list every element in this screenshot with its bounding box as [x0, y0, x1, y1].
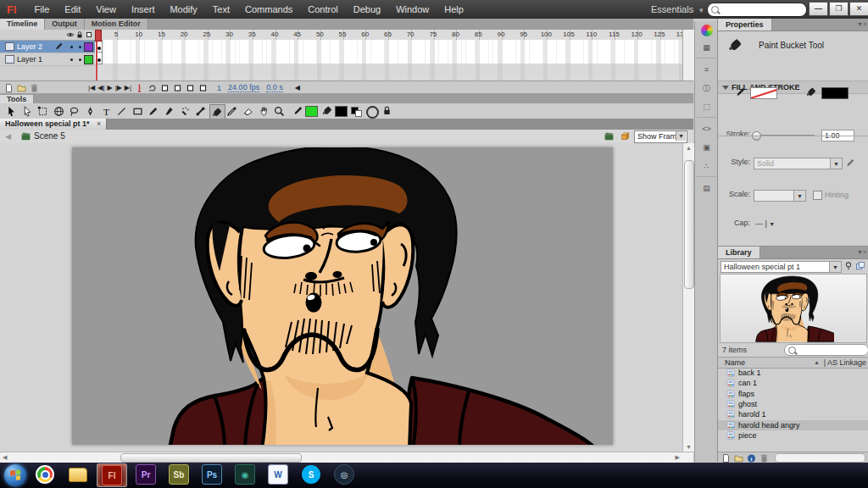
- pin-library-icon[interactable]: [843, 261, 854, 271]
- taskbar-capture-app[interactable]: ◉: [231, 463, 259, 485]
- stroke-scale-select[interactable]: ▼: [754, 190, 806, 202]
- loop-icon[interactable]: [147, 83, 158, 93]
- object-drawing-button[interactable]: [366, 106, 379, 119]
- library-item[interactable]: can 1: [718, 378, 868, 388]
- close-button[interactable]: ✕: [849, 2, 868, 16]
- maximize-button[interactable]: ❐: [829, 2, 849, 16]
- canvas-vertical-scrollbar[interactable]: ▲ ▼: [682, 143, 694, 452]
- delete-layer-icon[interactable]: [29, 83, 40, 93]
- selection-tool[interactable]: [4, 104, 19, 118]
- prev-frame-button[interactable]: ◀|: [97, 83, 104, 93]
- dock-color-icon[interactable]: ◑: [701, 25, 713, 36]
- minimize-button[interactable]: —: [809, 2, 828, 16]
- layer-color-swatch[interactable]: [84, 42, 93, 52]
- tab-properties[interactable]: Properties: [718, 19, 772, 30]
- swap-colors-button[interactable]: [355, 110, 362, 117]
- lock-dot[interactable]: [79, 58, 81, 61]
- frame-row[interactable]: [95, 52, 682, 64]
- tab-library[interactable]: Library: [718, 247, 760, 258]
- play-button[interactable]: ▶: [107, 83, 112, 93]
- new-library-panel-icon[interactable]: [855, 261, 865, 271]
- go-last-frame-button[interactable]: ▶|: [125, 83, 131, 93]
- menu-file[interactable]: File: [27, 4, 58, 14]
- library-item[interactable]: harold head angry: [718, 420, 868, 430]
- tab-output[interactable]: Output: [45, 19, 85, 30]
- stroke-color-swatch[interactable]: [305, 106, 318, 117]
- new-folder-icon[interactable]: [733, 453, 744, 463]
- line-tool[interactable]: [114, 104, 129, 118]
- close-document-icon[interactable]: ×: [97, 119, 101, 128]
- menu-debug[interactable]: Debug: [346, 4, 388, 14]
- timeline-frames-area[interactable]: 5101520253035404550556065707580859095100…: [95, 30, 682, 80]
- dock-info-icon[interactable]: ⓘ: [699, 80, 715, 96]
- taskbar-chrome[interactable]: [31, 463, 59, 485]
- library-item[interactable]: flaps: [718, 389, 868, 399]
- snap-to-objects-button[interactable]: [381, 105, 392, 116]
- library-document-select[interactable]: Halloween special pt 1 ▼: [721, 261, 842, 273]
- modify-markers-icon[interactable]: [198, 83, 209, 93]
- eyedropper-tool[interactable]: [225, 104, 239, 118]
- frame-rate-value[interactable]: 24.00 fps: [228, 83, 259, 92]
- sort-order-icon[interactable]: ▲: [814, 359, 820, 365]
- eraser-tool[interactable]: [241, 104, 255, 118]
- canvas-pasteboard[interactable]: [0, 143, 682, 452]
- hinting-checkbox[interactable]: [813, 191, 822, 200]
- library-column-headers[interactable]: Name ▲ | AS Linkage: [718, 357, 868, 369]
- outline-box-icon[interactable]: [85, 30, 93, 39]
- bone-tool[interactable]: [193, 104, 208, 118]
- menu-edit[interactable]: Edit: [57, 4, 88, 14]
- library-item[interactable]: back 1: [718, 368, 868, 378]
- library-item[interactable]: ghost: [718, 399, 868, 409]
- name-column-header[interactable]: Name: [725, 358, 745, 367]
- free-transform-tool[interactable]: [36, 104, 50, 118]
- item-properties-icon[interactable]: [746, 453, 757, 463]
- zoom-tool[interactable]: [272, 104, 287, 118]
- new-symbol-icon[interactable]: [721, 453, 732, 463]
- tab-motion-editor[interactable]: Motion Editor: [85, 19, 148, 30]
- taskbar-photoshop[interactable]: Ps: [198, 463, 226, 485]
- new-folder-icon[interactable]: [16, 83, 27, 93]
- edit-stroke-style-icon[interactable]: [845, 158, 855, 168]
- linkage-column-header[interactable]: | AS Linkage: [824, 358, 866, 367]
- stroke-color-control[interactable]: [750, 87, 777, 99]
- visibility-dot[interactable]: [70, 46, 73, 48]
- workspace-switcher[interactable]: Essentials▼: [651, 0, 704, 20]
- layer-row[interactable]: Layer 2: [0, 41, 95, 53]
- menu-control[interactable]: Control: [300, 4, 345, 14]
- eye-icon[interactable]: [66, 30, 75, 39]
- stroke-style-select[interactable]: Solid ▼: [754, 158, 843, 169]
- brush-tool[interactable]: [162, 104, 176, 118]
- menu-help[interactable]: Help: [437, 4, 471, 14]
- dock-motion-presets-icon[interactable]: ∴: [699, 158, 715, 174]
- taskbar-flash[interactable]: Fl: [97, 463, 127, 487]
- panel-menu-icon[interactable]: ▼≡: [857, 21, 866, 27]
- hand-tool[interactable]: [257, 104, 271, 118]
- next-frame-button[interactable]: |▶: [115, 83, 122, 93]
- dock-transform-icon[interactable]: ⬚: [699, 99, 715, 114]
- edit-scene-icon[interactable]: [604, 131, 615, 141]
- library-hscrollbar[interactable]: [775, 453, 865, 463]
- library-item[interactable]: harold 1: [718, 409, 868, 419]
- dock-swatches-icon[interactable]: ▦: [699, 40, 715, 55]
- layer-row[interactable]: Layer 1: [0, 53, 95, 66]
- harold-head-drawing[interactable]: [72, 147, 613, 445]
- menu-text[interactable]: Text: [205, 4, 237, 14]
- document-tab[interactable]: Halloween special pt 1* ×: [0, 119, 107, 130]
- rotation-3d-tool[interactable]: [52, 104, 66, 118]
- fill-color-swatch[interactable]: [335, 106, 348, 117]
- lasso-tool[interactable]: [67, 104, 81, 118]
- dock-align-icon[interactable]: ≡: [699, 62, 715, 77]
- deco-tool[interactable]: [178, 104, 192, 118]
- stage[interactable]: [72, 147, 613, 445]
- text-tool[interactable]: [99, 104, 114, 118]
- delete-item-icon[interactable]: [759, 453, 770, 463]
- menu-modify[interactable]: Modify: [162, 4, 204, 14]
- edit-multiple-frames-icon[interactable]: [185, 83, 196, 93]
- library-search-input[interactable]: [784, 344, 868, 356]
- pencil-tool[interactable]: [146, 104, 160, 118]
- taskbar-skype[interactable]: S: [297, 463, 326, 485]
- taskbar-steam[interactable]: ◎: [330, 463, 359, 485]
- help-search-input[interactable]: [707, 3, 807, 17]
- cap-select[interactable]: — | ▼: [755, 219, 775, 228]
- paint-bucket-tool[interactable]: [209, 104, 225, 119]
